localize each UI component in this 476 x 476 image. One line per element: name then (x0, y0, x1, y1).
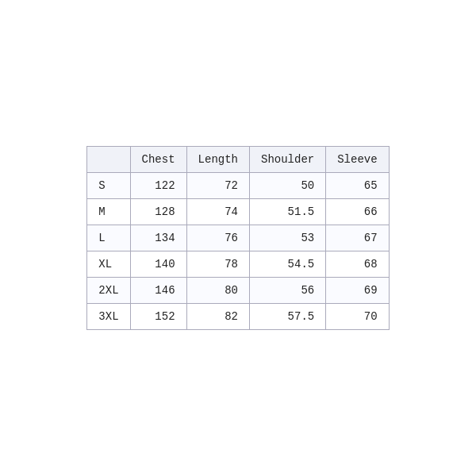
header-chest: Chest (130, 147, 186, 173)
cell-length: 80 (186, 278, 249, 304)
table-row: M1287451.566 (87, 199, 389, 225)
size-chart-table: Chest Length Shoulder Sleeve S122725065M… (86, 146, 389, 330)
cell-sleeve: 65 (326, 173, 389, 199)
cell-shoulder: 51.5 (250, 199, 326, 225)
cell-shoulder: 56 (250, 278, 326, 304)
table-header-row: Chest Length Shoulder Sleeve (87, 147, 389, 173)
cell-sleeve: 69 (326, 278, 389, 304)
cell-length: 76 (186, 225, 249, 251)
cell-chest: 122 (130, 173, 186, 199)
cell-size: XL (87, 251, 130, 278)
header-sleeve: Sleeve (326, 147, 389, 173)
cell-length: 78 (186, 251, 249, 278)
cell-length: 72 (186, 173, 249, 199)
cell-chest: 146 (130, 278, 186, 304)
table-row: XL1407854.568 (87, 251, 389, 278)
cell-chest: 152 (130, 304, 186, 330)
cell-size: M (87, 199, 130, 225)
cell-sleeve: 67 (326, 225, 389, 251)
cell-shoulder: 57.5 (250, 304, 326, 330)
cell-shoulder: 50 (250, 173, 326, 199)
header-length: Length (186, 147, 249, 173)
cell-sleeve: 66 (326, 199, 389, 225)
cell-sleeve: 68 (326, 251, 389, 278)
cell-size: 3XL (87, 304, 130, 330)
cell-sleeve: 70 (326, 304, 389, 330)
cell-length: 74 (186, 199, 249, 225)
header-shoulder: Shoulder (250, 147, 326, 173)
cell-shoulder: 54.5 (250, 251, 326, 278)
cell-size: L (87, 225, 130, 251)
table-row: 2XL146805669 (87, 278, 389, 304)
table-row: 3XL1528257.570 (87, 304, 389, 330)
cell-shoulder: 53 (250, 225, 326, 251)
cell-chest: 128 (130, 199, 186, 225)
cell-length: 82 (186, 304, 249, 330)
header-size (87, 147, 130, 173)
cell-size: S (87, 173, 130, 199)
cell-chest: 134 (130, 225, 186, 251)
cell-chest: 140 (130, 251, 186, 278)
table-row: L134765367 (87, 225, 389, 251)
cell-size: 2XL (87, 278, 130, 304)
size-chart-container: Chest Length Shoulder Sleeve S122725065M… (86, 146, 389, 330)
table-row: S122725065 (87, 173, 389, 199)
